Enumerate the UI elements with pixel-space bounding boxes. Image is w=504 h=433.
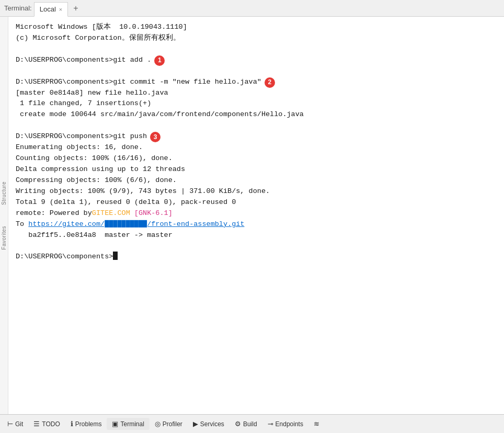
prompt-text: D:\USERPROG\components> [16,252,113,263]
terminal-line-7: [master 0e814a8] new file hello.java [16,88,497,99]
line-text: D:\USERPROG\components>git push [16,131,147,142]
terminal-content[interactable]: Microsoft Windows [版本 10.0.19043.1110] (… [8,17,504,414]
terminal-line-18: remote: Powered by GITEE.COM [GNK-6.1] [16,208,497,219]
terminal-empty-1 [16,44,497,55]
terminal-line-13: Counting objects: 100% (16/16), done. [16,153,497,164]
terminal-line-11: D:\USERPROG\components>git push 3 [16,131,497,142]
terminal-line-1: Microsoft Windows [版本 10.0.19043.1110] [16,22,497,33]
terminal-line-14: Delta compression using up to 12 threads [16,164,497,175]
repo-link[interactable]: https://gitee.com/██████████/front-end-a… [28,219,244,230]
toolbar-todo[interactable]: ☰ TODO [28,418,65,430]
line-text: D:\USERPROG\components>git add . [16,55,151,66]
side-panel: Structure Favorites [0,17,8,414]
tab-local[interactable]: Local × [34,2,68,17]
services-icon: ▶ [193,420,198,428]
line-text: Delta compression using up to 12 threads [16,164,185,175]
line-text: create mode 100644 src/main/java/com/fro… [16,109,304,120]
terminal-empty-4 [16,241,497,252]
toolbar-profiler[interactable]: ◎ Profiler [150,418,188,430]
line-text: Counting objects: 100% (16/16), done. [16,153,173,164]
badge-2: 2 [265,77,275,88]
line-text: Enumerating objects: 16, done. [16,142,143,153]
toolbar-terminal[interactable]: ▣ Terminal [107,418,149,430]
terminal-line-16: Writing objects: 100% (9/9), 743 bytes |… [16,186,497,197]
git-label: Git [15,420,23,428]
line-text: Microsoft Windows [版本 10.0.19043.1110] [16,22,187,33]
line-text: 1 file changed, 7 insertions(+) [16,98,151,109]
git-icon: ⊢ [7,420,13,428]
line-text: remote: Powered by [16,208,92,219]
line-text: Writing objects: 100% (9/9), 743 bytes |… [16,186,270,197]
terminal-empty-2 [16,66,497,77]
endpoints-icon: ⊸ [268,420,273,428]
build-icon: ⚙ [235,420,241,428]
line-prefix: To [16,219,28,230]
badge-1: 1 [154,55,165,66]
badge-3: 3 [150,132,161,142]
problems-label: Problems [75,420,102,428]
bottom-toolbar: ⊢ Git ☰ TODO ℹ Problems ▣ Terminal ◎ Pro… [0,414,504,433]
cursor [113,252,118,260]
toolbar-endpoints[interactable]: ⊸ Endpoints [262,418,308,430]
terminal-line-12: Enumerating objects: 16, done. [16,142,497,153]
line-text: Compressing objects: 100% (6/6), done. [16,175,177,186]
tab-bar: Terminal: Local × + [0,0,504,17]
terminal-icon: ▣ [112,420,118,428]
gnk-text: [GNK-6.1] [130,208,173,219]
toolbar-extra[interactable]: ≋ [308,418,325,430]
terminal-empty-3 [16,120,497,131]
line-text: [master 0e814a8] new file hello.java [16,88,168,99]
tab-close-button[interactable]: × [59,6,62,13]
toolbar-git[interactable]: ⊢ Git [2,418,28,430]
profiler-label: Profiler [163,420,182,428]
profiler-icon: ◎ [155,420,161,428]
terminal-label: Terminal: [4,4,32,12]
services-label: Services [200,420,224,428]
terminal-toolbar-label: Terminal [120,420,144,428]
tab-local-label: Local [40,5,56,13]
line-text: D:\USERPROG\components>git commit -m "ne… [16,77,261,88]
add-tab-button[interactable]: + [69,2,82,15]
terminal-line-6: D:\USERPROG\components>git commit -m "ne… [16,77,497,88]
terminal-line-19: To https://gitee.com/██████████/front-en… [16,219,497,230]
toolbar-build[interactable]: ⚙ Build [230,418,262,430]
toolbar-services[interactable]: ▶ Services [188,418,230,430]
terminal-line-20: ba2f1f5..0e814a8 master -> master [16,230,497,241]
terminal-line-2: (c) Microsoft Corporation。保留所有权利。 [16,33,497,44]
gitee-text: GITEE.COM [92,208,130,219]
side-panel-favorites[interactable]: Favorites [1,226,7,250]
terminal-line-8: 1 file changed, 7 insertions(+) [16,98,497,109]
line-text: Total 9 (delta 1), reused 0 (delta 0), p… [16,197,236,208]
problems-icon: ℹ [71,420,73,428]
todo-icon: ☰ [33,420,40,428]
terminal-line-15: Compressing objects: 100% (6/6), done. [16,175,497,186]
toolbar-problems[interactable]: ℹ Problems [65,418,107,430]
terminal-line-22: D:\USERPROG\components> [16,252,497,263]
build-label: Build [243,420,257,428]
terminal-line-4: D:\USERPROG\components>git add . 1 [16,55,497,66]
side-panel-structure[interactable]: Structure [1,181,7,205]
terminal-line-17: Total 9 (delta 1), reused 0 (delta 0), p… [16,197,497,208]
endpoints-label: Endpoints [276,420,303,428]
line-text: (c) Microsoft Corporation。保留所有权利。 [16,33,180,44]
terminal-line-9: create mode 100644 src/main/java/com/fro… [16,109,497,120]
extra-icon: ≋ [314,420,319,428]
terminal-wrapper: Structure Favorites Microsoft Windows [版… [0,17,504,414]
todo-label: TODO [42,420,60,428]
line-text: ba2f1f5..0e814a8 master -> master [16,230,173,241]
